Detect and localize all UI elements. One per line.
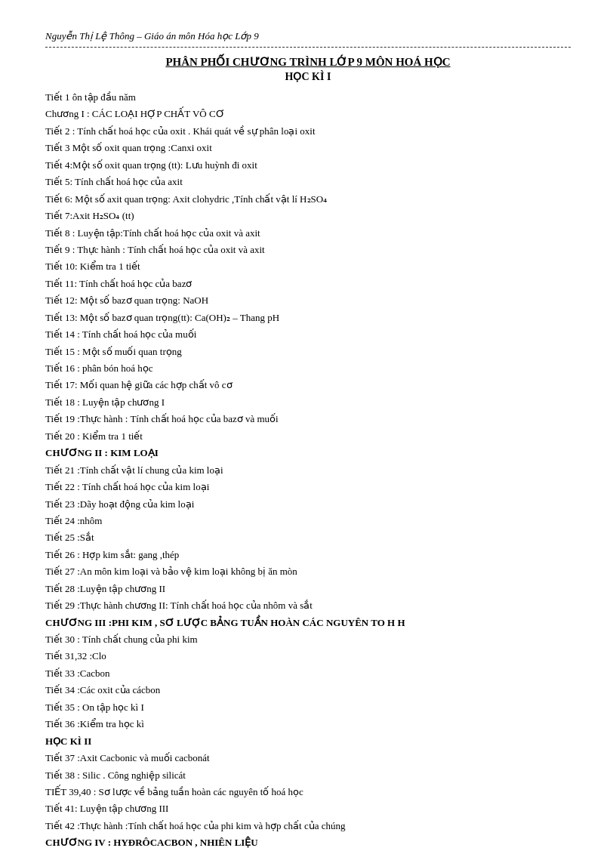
content-line: Tiết 17: Mối quan hệ giữa các hợp chất v… (45, 377, 571, 393)
page: Nguyễn Thị Lệ Thông – Giáo án môn Hóa họ… (0, 0, 616, 848)
content-line: Tiết 9 : Thực hành : Tính chất hoá học c… (45, 242, 571, 257)
content-line: Tiết 42 :Thực hành :Tính chất hoá học củ… (45, 818, 571, 834)
sub-title: HỌC KÌ I (45, 70, 571, 83)
content-line: Tiết 23 :Dãy hoạt động của kim loại (45, 496, 571, 512)
content-line: Chương I : CÁC LOẠI HỢP CHẤT VÔ CƠ (45, 106, 571, 122)
content-line: CHƯƠNG III :PHI KIM , SƠ LƯỢC BẢNG TUẦN … (45, 615, 571, 631)
content-line: Tiết 13: Một số bazơ quan trọng(tt): Ca(… (45, 310, 571, 325)
page-header: Nguyễn Thị Lệ Thông – Giáo án môn Hóa họ… (45, 30, 571, 42)
content-line: Tiết 33 :Cacbon (45, 665, 571, 681)
content-line: Tiết 31,32 :Clo (45, 648, 571, 664)
content-line: Tiết 16 : phân bón hoá học (45, 360, 571, 376)
content-line: Tiết 3 Một số oxit quan trọng :Canxi oxi… (45, 140, 571, 156)
content-line: TIẾT 39,40 : Sơ lược về bảng tuần hoàn c… (45, 784, 571, 800)
content-line: Tiết 35 : On tập học kì I (45, 699, 571, 715)
content-line: Tiết 1 ôn tập đầu năm (45, 89, 571, 105)
content-block: Tiết 1 ôn tập đầu nămChương I : CÁC LOẠI… (45, 89, 571, 848)
content-line: Tiết 10: Kiểm tra 1 tiết (45, 258, 571, 274)
content-line: Tiết 11: Tính chất hoá học của bazơ (45, 276, 571, 291)
content-line: Tiết 6: Một số axit quan trọng: Axit clo… (45, 191, 571, 207)
content-line: Tiết 24 :nhôm (45, 513, 571, 529)
content-line: CHƯƠNG IV : HYĐRÔCACBON , NHIÊN LIỆU (45, 834, 571, 848)
content-line: Tiết 30 : Tính chất chung của phi kim (45, 631, 571, 647)
content-line: Tiết 14 : Tính chất hoá học của muối (45, 326, 571, 342)
divider (45, 47, 571, 48)
content-line: Tiết 18 : Luyện tập chương I (45, 394, 571, 410)
content-line: Tiết 25 :Sắt (45, 529, 571, 545)
content-line: Tiết 38 : Silic . Công nghiệp silicát (45, 767, 571, 783)
content-line: CHƯƠNG II : KIM LOẠI (45, 445, 571, 461)
content-line: Tiết 37 :Axit Cacbonic và muối cacbonát (45, 750, 571, 766)
content-line: Tiết 29 :Thực hành chương II: Tính chất … (45, 597, 571, 613)
content-line: Tiết 7:Axit H₂SO₄ (tt) (45, 208, 571, 224)
content-line: Tiết 34 :Các oxit của cácbon (45, 682, 571, 698)
content-line: Tiết 4:Một số oxit quan trọng (tt): Lưu … (45, 157, 571, 173)
content-line: Tiết 41: Luyện tập chương III (45, 800, 571, 816)
content-line: Tiết 2 : Tính chất hoá học của oxit . Kh… (45, 123, 571, 139)
content-line: HỌC KÌ II (45, 733, 571, 749)
content-line: Tiết 21 :Tính chất vật lí chung của kim … (45, 462, 571, 478)
content-line: Tiết 5: Tính chất hoá học của axit (45, 174, 571, 190)
content-line: Tiết 27 :An môn kim loại và bảo vệ kim l… (45, 563, 571, 579)
content-line: Tiết 12: Một số bazơ quan trọng: NaOH (45, 292, 571, 308)
content-line: Tiết 36 :Kiểm tra học kì (45, 716, 571, 732)
content-line: Tiết 15 : Một số muối quan trọng (45, 344, 571, 359)
content-line: Tiết 28 :Luyện tập chương II (45, 581, 571, 597)
content-line: Tiết 8 : Luyện tập:Tính chất hoá học của… (45, 225, 571, 241)
content-line: Tiết 26 : Hợp kim sắt: gang ,thép (45, 547, 571, 563)
content-line: Tiết 19 :Thực hành : Tính chất hoá học c… (45, 411, 571, 427)
content-line: Tiết 20 : Kiểm tra 1 tiết (45, 428, 571, 444)
content-line: Tiết 22 : Tính chất hoá học của kim loại (45, 479, 571, 495)
main-title: PHÂN PHỐI CHƯƠNG TRÌNH LỚP 9 MÔN HOÁ HỌC (45, 55, 571, 69)
